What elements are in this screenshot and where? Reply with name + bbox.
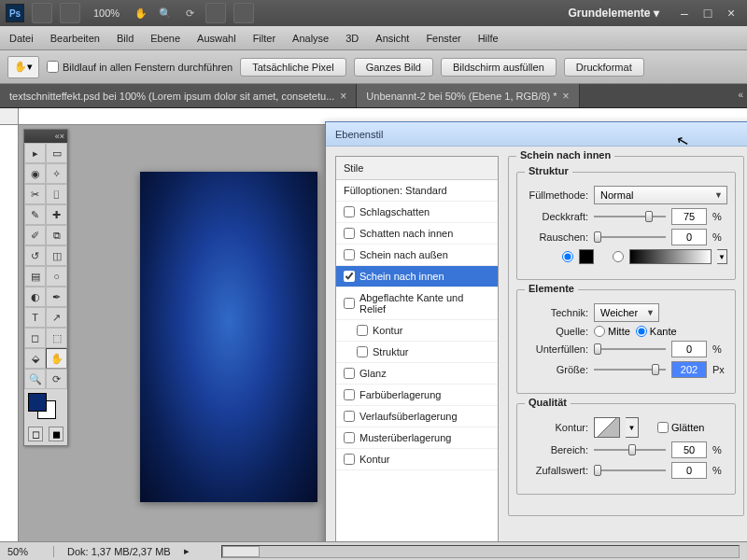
color-swatches[interactable]: [24, 389, 67, 423]
menu-3d[interactable]: 3D: [345, 33, 359, 44]
opacity-field[interactable]: [671, 208, 707, 225]
gradient-dropdown-button[interactable]: ▼: [717, 249, 727, 264]
effect-checkbox[interactable]: [344, 298, 355, 309]
effect-row-7[interactable]: Glanz: [336, 363, 498, 385]
effect-row-10[interactable]: Musterüberlagerung: [336, 427, 498, 449]
blur-tool[interactable]: ○: [46, 266, 67, 287]
color-radio[interactable]: [562, 251, 573, 262]
fit-screen-button[interactable]: Ganzes Bild: [354, 58, 433, 77]
blend-mode-select[interactable]: Normal▼: [594, 186, 727, 204]
effect-checkbox[interactable]: [344, 389, 355, 400]
hand-icon[interactable]: ✋: [133, 5, 149, 21]
ruler-vertical[interactable]: [0, 125, 19, 541]
doc-tab-0[interactable]: textschnitteffekt.psd bei 100% (Lorem ip…: [0, 84, 357, 107]
wand-tool[interactable]: ✧: [46, 163, 67, 184]
zoom-indicator[interactable]: 100%: [93, 7, 120, 19]
range-field[interactable]: [671, 441, 707, 458]
actual-pixels-button[interactable]: Tatsächliche Pixel: [240, 58, 345, 77]
opacity-slider[interactable]: [594, 210, 666, 223]
close-button[interactable]: ×: [725, 6, 738, 21]
effect-row-8[interactable]: Farbüberlagerung: [336, 385, 498, 406]
menu-ebene[interactable]: Ebene: [150, 33, 180, 44]
brush-tool[interactable]: ✐: [24, 225, 46, 245]
history-brush-tool[interactable]: ↺: [24, 245, 46, 266]
menu-hilfe[interactable]: Hilfe: [478, 33, 499, 44]
noise-slider[interactable]: [594, 231, 666, 244]
glow-color-swatch[interactable]: [579, 249, 594, 264]
close-icon[interactable]: ×: [340, 90, 346, 103]
doc-info-menu-icon[interactable]: ▸: [184, 545, 190, 557]
minimize-button[interactable]: –: [678, 6, 691, 21]
path-tool[interactable]: ↗: [46, 307, 67, 328]
zoom-tool[interactable]: 🔍: [24, 369, 46, 389]
effect-row-1[interactable]: Schatten nach innen: [336, 223, 498, 245]
arrange-button[interactable]: [205, 3, 226, 23]
crop-tool[interactable]: ✂: [24, 184, 46, 204]
ruler-origin[interactable]: [0, 108, 19, 125]
choke-field[interactable]: [671, 341, 707, 357]
fill-screen-button[interactable]: Bildschirm ausfüllen: [441, 58, 557, 77]
healing-tool[interactable]: ✚: [46, 204, 67, 225]
menu-filter[interactable]: Filter: [253, 33, 275, 44]
3d-camera-tool[interactable]: ⬙: [24, 348, 46, 369]
menu-auswahl[interactable]: Auswahl: [197, 33, 236, 44]
pen-tool[interactable]: ✒: [46, 287, 67, 307]
effect-row-4[interactable]: Abgeflachte Kante und Relief: [336, 287, 498, 320]
effect-row-2[interactable]: Schein nach außen: [336, 245, 498, 266]
eraser-tool[interactable]: ◫: [46, 245, 67, 266]
gradient-radio[interactable]: [613, 251, 624, 262]
doc-info[interactable]: Dok: 1,37 MB/2,37 MB: [67, 546, 171, 557]
effect-row-9[interactable]: Verlaufsüberlagerung: [336, 406, 498, 427]
dodge-tool[interactable]: ◐: [24, 287, 46, 307]
lasso-tool[interactable]: ◉: [24, 163, 46, 184]
menu-analyse[interactable]: Analyse: [292, 33, 329, 44]
layout-button[interactable]: [60, 3, 80, 23]
effect-checkbox[interactable]: [344, 432, 355, 443]
technique-select[interactable]: Weicher▼: [594, 303, 659, 322]
range-slider[interactable]: [594, 443, 666, 456]
menu-bearbeiten[interactable]: Bearbeiten: [50, 33, 100, 44]
current-tool-indicator[interactable]: ✋▾: [7, 56, 39, 78]
marquee-tool[interactable]: ▭: [46, 143, 67, 163]
eyedropper-tool[interactable]: ✎: [24, 204, 46, 225]
rotate-view-tool[interactable]: ⟳: [46, 369, 67, 389]
dialog-titlebar[interactable]: Ebenenstil: [326, 122, 747, 147]
screenmode-button[interactable]: [233, 3, 254, 23]
source-center-radio[interactable]: Mitte: [594, 326, 630, 337]
stamp-tool[interactable]: ⧉: [46, 225, 67, 245]
tools-close-icon[interactable]: ×: [60, 132, 64, 141]
effect-checkbox[interactable]: [344, 271, 355, 282]
zoom-field[interactable]: 50%: [7, 546, 54, 557]
jitter-slider[interactable]: [594, 464, 666, 477]
type-tool[interactable]: T: [24, 307, 46, 328]
effect-checkbox[interactable]: [344, 454, 355, 465]
effect-checkbox[interactable]: [357, 325, 368, 336]
effect-row-0[interactable]: Schlagschatten: [336, 202, 498, 223]
doc-tab-1[interactable]: Unbenannt-2 bei 50% (Ebene 1, RGB/8) *×: [357, 84, 579, 107]
horizontal-scrollbar[interactable]: [221, 545, 740, 558]
glow-gradient-swatch[interactable]: [629, 249, 712, 264]
effect-checkbox[interactable]: [344, 249, 355, 260]
styles-header[interactable]: Stile: [336, 157, 498, 180]
close-icon[interactable]: ×: [563, 90, 570, 103]
standard-mode-button[interactable]: ◻: [28, 427, 43, 441]
rotate-icon[interactable]: ⟳: [181, 5, 198, 21]
effect-checkbox[interactable]: [344, 228, 355, 239]
slice-tool[interactable]: ⌷: [46, 184, 67, 204]
gradient-tool[interactable]: ▤: [24, 266, 46, 287]
menu-ansicht[interactable]: Ansicht: [375, 33, 409, 44]
effect-row-3[interactable]: Schein nach innen: [336, 266, 498, 287]
jitter-field[interactable]: [671, 462, 707, 479]
3d-tool[interactable]: ⬚: [46, 328, 67, 348]
menu-fenster[interactable]: Fenster: [426, 33, 460, 44]
contour-picker[interactable]: [594, 417, 620, 438]
effect-checkbox[interactable]: [357, 346, 368, 357]
document-canvas[interactable]: [140, 172, 317, 502]
effect-checkbox[interactable]: [344, 368, 355, 379]
hand-tool[interactable]: ✋: [46, 348, 67, 369]
quickmask-button[interactable]: ◼: [49, 427, 63, 441]
menu-datei[interactable]: Datei: [9, 33, 34, 44]
tab-overflow-button[interactable]: «: [738, 90, 743, 100]
scroll-all-checkbox[interactable]: Bildlauf in allen Fenstern durchführen: [47, 61, 233, 73]
antialias-checkbox[interactable]: Glätten: [657, 422, 704, 433]
